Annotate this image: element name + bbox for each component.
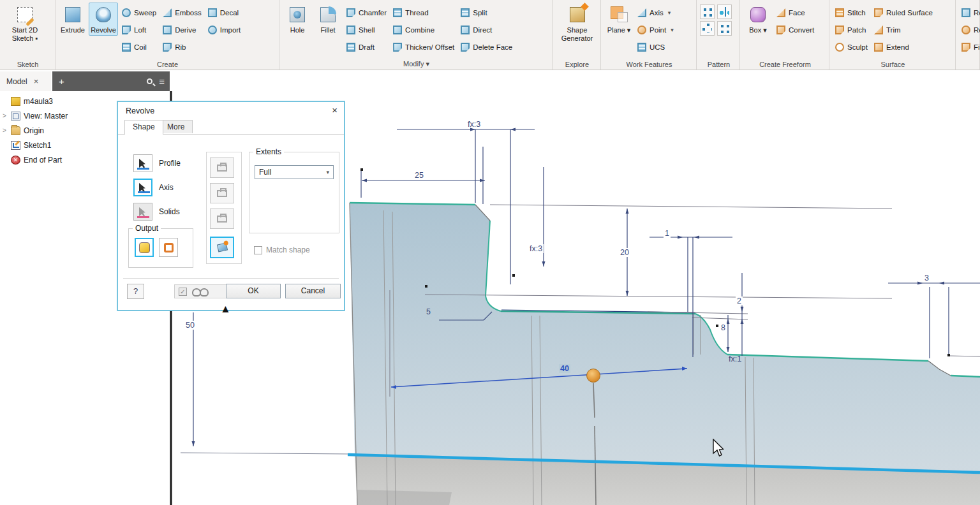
decal-button[interactable]: Decal: [205, 4, 244, 21]
direct-label: Direct: [473, 26, 492, 34]
emboss-button[interactable]: Emboss: [160, 4, 204, 21]
cut-icon: [217, 190, 227, 197]
chamfer-label: Chamfer: [359, 9, 387, 17]
axis-icon: [637, 8, 646, 17]
chamfer-button[interactable]: Chamfer: [344, 4, 389, 21]
panel-label-explore: Explore: [554, 61, 600, 68]
loft-button[interactable]: Loft: [119, 22, 159, 38]
axis-button[interactable]: Axis▾: [635, 4, 676, 21]
tree-item-label: View: Master: [24, 112, 68, 121]
repair-button[interactable]: Re: [959, 22, 980, 38]
dim-5[interactable]: 5: [426, 307, 431, 316]
extrude-icon: [63, 5, 82, 24]
face-button[interactable]: Face: [774, 4, 817, 21]
expand-handle-icon[interactable]: ▲: [220, 303, 231, 316]
ok-button[interactable]: OK: [226, 284, 281, 298]
shell-button[interactable]: Shell: [344, 22, 389, 38]
mirror-button[interactable]: [717, 4, 732, 19]
boolean-intersect-button[interactable]: [210, 209, 234, 229]
delete-face-button[interactable]: Delete Face: [458, 39, 515, 55]
dialog-tab-shape[interactable]: Shape: [124, 120, 163, 135]
chevron-right-icon[interactable]: >: [1, 112, 8, 119]
dialog-tab-more[interactable]: More: [159, 120, 193, 133]
sketch1-icon: [11, 141, 20, 150]
new-solid-button[interactable]: [210, 237, 234, 258]
dim-20[interactable]: 20: [619, 248, 630, 257]
emboss-icon: [163, 8, 172, 17]
trim-button[interactable]: Trim: [872, 22, 935, 38]
thread-button[interactable]: Thread: [390, 4, 457, 21]
preview-checkbox[interactable]: ✓: [179, 288, 187, 296]
boolean-join-button[interactable]: [210, 157, 234, 178]
output-solid-button[interactable]: [135, 238, 154, 257]
stitch-button[interactable]: Stitch: [833, 4, 870, 21]
hole-button[interactable]: Hole: [283, 3, 312, 36]
point-button[interactable]: Point▾: [635, 22, 676, 38]
extents-dropdown[interactable]: Full ▾: [255, 165, 334, 179]
dim-25[interactable]: 25: [413, 171, 425, 180]
menu-icon[interactable]: ≡: [159, 76, 165, 87]
sweep-button[interactable]: Sweep: [119, 4, 159, 21]
dim-3[interactable]: 3: [923, 274, 930, 282]
search-icon[interactable]: [147, 78, 152, 84]
hole-icon: [288, 5, 307, 24]
dim-1[interactable]: 1: [664, 229, 671, 238]
dialog-close-icon[interactable]: ×: [332, 105, 338, 115]
circular-pattern-button[interactable]: [700, 21, 715, 36]
thicken-offset-button[interactable]: Thicken/ Offset: [390, 39, 457, 55]
rib-button[interactable]: Rib: [160, 39, 204, 55]
sketch-driven-pattern-button[interactable]: [717, 21, 732, 36]
split-button[interactable]: Split: [458, 4, 515, 21]
dim-fx3-top[interactable]: fx:3: [468, 120, 480, 129]
replace-face-button[interactable]: Re: [959, 4, 980, 21]
shape-generator-button[interactable]: Shape Generator: [556, 3, 598, 43]
browser-tab-model[interactable]: Model ×: [0, 71, 51, 91]
close-icon[interactable]: ×: [34, 77, 39, 86]
match-shape-checkbox[interactable]: [254, 246, 262, 254]
panel-label-modify: Modify ▾: [281, 60, 552, 68]
import-button[interactable]: Import: [205, 22, 244, 38]
select-solids-button[interactable]: [133, 203, 152, 221]
revolve-button[interactable]: Revolve: [89, 3, 118, 36]
extend-button[interactable]: Extend: [872, 39, 935, 55]
select-profile-button[interactable]: [133, 154, 152, 172]
fillet-button[interactable]: Fillet: [313, 3, 343, 36]
rib-icon: [163, 43, 172, 52]
dim-2[interactable]: 2: [736, 296, 743, 305]
dim-50[interactable]: 50: [184, 321, 196, 330]
combine-label: Combine: [405, 26, 434, 34]
add-tab-icon[interactable]: +: [59, 76, 64, 87]
sweep-icon: [122, 8, 131, 17]
cancel-button[interactable]: Cancel: [285, 284, 341, 298]
dim-40[interactable]: 40: [559, 364, 570, 373]
sculpt-button[interactable]: Sculpt: [833, 39, 870, 55]
panel-explore: Shape GeneratorExplore: [554, 0, 601, 70]
selector-underline: [137, 168, 149, 170]
combine-button[interactable]: Combine: [390, 22, 457, 38]
selector-underline: [138, 191, 150, 193]
output-surface-button[interactable]: [159, 238, 178, 257]
chevron-right-icon[interactable]: >: [1, 127, 8, 134]
dim-fx3-mid[interactable]: fx:3: [528, 244, 544, 253]
dim-8[interactable]: 8: [720, 323, 727, 332]
patch-button[interactable]: Patch: [833, 22, 870, 38]
draft-button[interactable]: Draft: [344, 39, 389, 55]
match-shape-row: Match shape: [254, 245, 310, 254]
ucs-button[interactable]: UCS: [635, 39, 676, 55]
ruled-surface-button[interactable]: Ruled Surface: [872, 4, 935, 21]
select-axis-button[interactable]: [133, 179, 152, 196]
rectangular-pattern-button[interactable]: [700, 4, 715, 19]
box-button[interactable]: Box ▾: [743, 3, 773, 36]
help-button[interactable]: ?: [127, 284, 144, 299]
label-fx1[interactable]: fx:1: [729, 355, 741, 363]
start-2d-sketch-button[interactable]: Start 2D Sketch ▪: [2, 3, 48, 43]
derive-button[interactable]: Derive: [160, 22, 204, 38]
extrude-button[interactable]: Extrude: [58, 3, 87, 36]
shape-generator-label: Shape Generator: [558, 26, 597, 42]
plane-button[interactable]: Plane ▾: [604, 3, 634, 36]
direct-button[interactable]: Direct: [458, 22, 515, 38]
fit-mesh-button[interactable]: Fi: [959, 39, 980, 55]
boolean-cut-button[interactable]: [210, 183, 234, 203]
convert-button[interactable]: Convert: [774, 22, 817, 38]
coil-button[interactable]: Coil: [119, 39, 159, 55]
